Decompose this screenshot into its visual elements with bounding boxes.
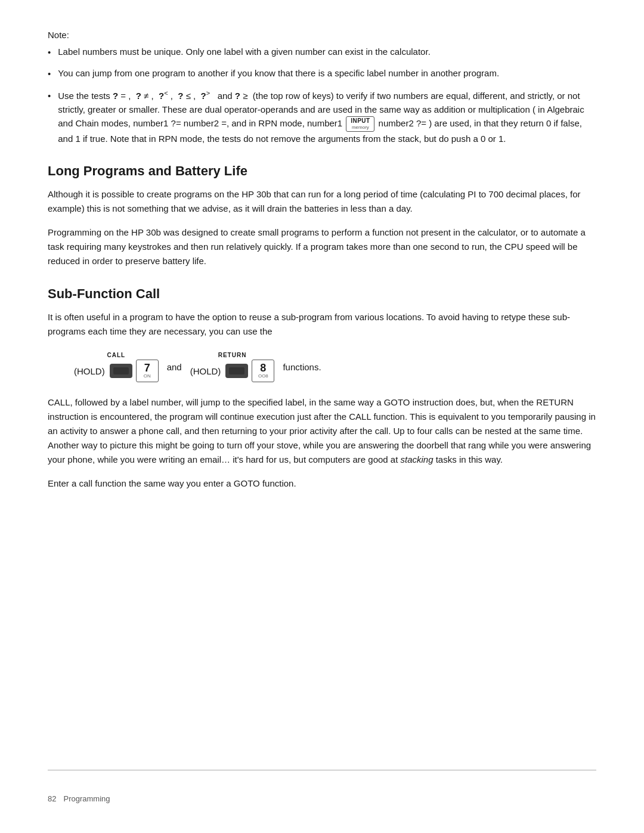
hold-label: (HOLD) xyxy=(190,366,221,376)
footer-page-number: 82 xyxy=(48,794,56,803)
key-7-box: 7 ON xyxy=(136,360,159,382)
section1-para2: Programming on the HP 30b was designed t… xyxy=(48,225,596,268)
key-8-box: 8 OO8 xyxy=(252,360,274,382)
stacking-italic: stacking xyxy=(401,454,434,465)
and-text: and xyxy=(167,362,182,372)
call-label: CALL xyxy=(107,352,126,358)
section2-para1: It is often useful in a program to have … xyxy=(48,310,596,339)
hold-body-call xyxy=(110,364,132,378)
call-return-keys-row: CALL (HOLD) 7 ON and RETURN (HOLD) 8 OO8… xyxy=(72,352,596,382)
section2-para3: Enter a call function the same way you e… xyxy=(48,476,596,491)
note-bullets: Label numbers must be unique. Only one l… xyxy=(48,45,596,145)
bullet-1: Label numbers must be unique. Only one l… xyxy=(48,45,596,59)
hold-body-return xyxy=(225,364,248,378)
section2-heading: Sub-Function Call xyxy=(48,286,596,302)
call-key-group: CALL (HOLD) 7 ON xyxy=(74,352,159,382)
bullet-3: Use the tests ? = , ? ≠ , ?< , ? ≤ , ?> … xyxy=(48,88,596,146)
section1-heading: Long Programs and Battery Life xyxy=(48,163,596,179)
section1-para1: Although it is possible to create progra… xyxy=(48,187,596,216)
input-memory-key: INPUT memory xyxy=(346,116,374,132)
return-key-group: RETURN (HOLD) 8 OO8 xyxy=(190,352,275,382)
return-label: RETURN xyxy=(218,352,247,358)
bullet-2: You can jump from one program to another… xyxy=(48,66,596,80)
functions-text: functions. xyxy=(283,362,321,372)
footer-divider xyxy=(48,770,596,770)
note-label: Note: xyxy=(48,30,596,40)
section2-para2: CALL, followed by a label number, will j… xyxy=(48,395,596,467)
footer-section-name: Programming xyxy=(63,794,110,803)
hold-label: (HOLD) xyxy=(74,366,105,376)
footer: 82 Programming xyxy=(48,770,596,803)
